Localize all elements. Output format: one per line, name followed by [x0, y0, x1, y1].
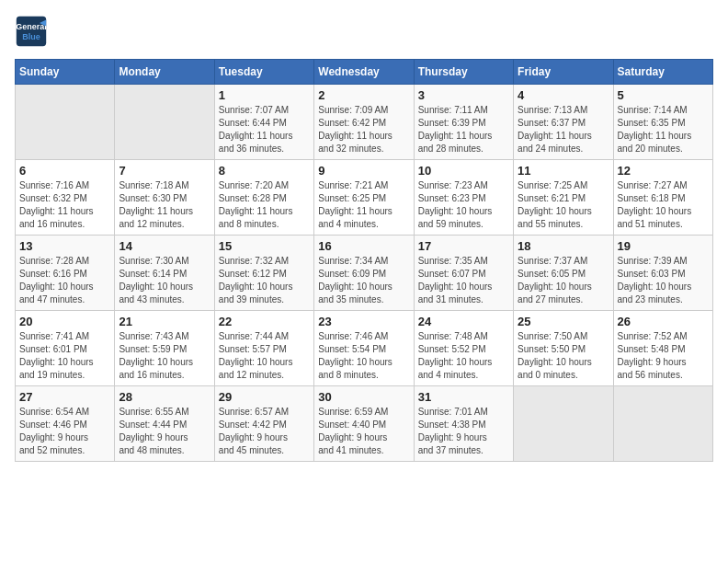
day-info: Sunrise: 6:57 AM Sunset: 4:42 PM Dayligh…	[219, 406, 310, 457]
logo-icon: General Blue	[15, 15, 48, 48]
calendar-cell: 24Sunrise: 7:48 AM Sunset: 5:52 PM Dayli…	[414, 311, 513, 386]
day-info: Sunrise: 6:59 AM Sunset: 4:40 PM Dayligh…	[318, 406, 409, 457]
calendar-table: SundayMondayTuesdayWednesdayThursdayFrid…	[15, 59, 713, 462]
page-header: General Blue	[15, 15, 713, 48]
calendar-cell: 30Sunrise: 6:59 AM Sunset: 4:40 PM Dayli…	[314, 386, 414, 462]
day-number: 13	[19, 239, 110, 253]
calendar-week-row: 20Sunrise: 7:41 AM Sunset: 6:01 PM Dayli…	[16, 311, 713, 386]
calendar-cell	[514, 386, 613, 462]
day-number: 9	[318, 164, 409, 178]
day-number: 25	[518, 315, 609, 328]
day-header-wednesday: Wednesday	[314, 60, 414, 85]
day-info: Sunrise: 7:35 AM Sunset: 6:07 PM Dayligh…	[418, 255, 509, 306]
day-number: 30	[318, 390, 409, 404]
day-number: 2	[318, 88, 409, 102]
day-header-sunday: Sunday	[16, 60, 115, 85]
calendar-cell: 31Sunrise: 7:01 AM Sunset: 4:38 PM Dayli…	[414, 386, 513, 462]
day-number: 18	[518, 239, 609, 253]
day-info: Sunrise: 7:37 AM Sunset: 6:05 PM Dayligh…	[518, 255, 609, 306]
calendar-cell: 4Sunrise: 7:13 AM Sunset: 6:37 PM Daylig…	[514, 85, 613, 160]
day-number: 27	[19, 390, 110, 404]
calendar-cell: 7Sunrise: 7:18 AM Sunset: 6:30 PM Daylig…	[115, 160, 214, 236]
day-number: 26	[618, 315, 709, 328]
calendar-cell: 26Sunrise: 7:52 AM Sunset: 5:48 PM Dayli…	[613, 311, 712, 386]
day-number: 29	[219, 390, 310, 404]
calendar-header-row: SundayMondayTuesdayWednesdayThursdayFrid…	[16, 60, 713, 85]
calendar-cell: 16Sunrise: 7:34 AM Sunset: 6:09 PM Dayli…	[314, 236, 414, 311]
day-number: 17	[418, 239, 509, 253]
calendar-cell: 18Sunrise: 7:37 AM Sunset: 6:05 PM Dayli…	[514, 236, 613, 311]
calendar-cell: 17Sunrise: 7:35 AM Sunset: 6:07 PM Dayli…	[414, 236, 513, 311]
calendar-cell	[16, 85, 115, 160]
calendar-cell: 12Sunrise: 7:27 AM Sunset: 6:18 PM Dayli…	[613, 160, 712, 236]
day-number: 1	[219, 88, 310, 102]
day-info: Sunrise: 7:48 AM Sunset: 5:52 PM Dayligh…	[418, 330, 509, 382]
day-number: 19	[618, 239, 709, 253]
calendar-cell: 5Sunrise: 7:14 AM Sunset: 6:35 PM Daylig…	[613, 85, 712, 160]
day-number: 16	[318, 239, 409, 253]
calendar-cell	[613, 386, 712, 462]
calendar-cell: 27Sunrise: 6:54 AM Sunset: 4:46 PM Dayli…	[16, 386, 115, 462]
day-number: 8	[219, 164, 310, 178]
calendar-week-row: 1Sunrise: 7:07 AM Sunset: 6:44 PM Daylig…	[16, 85, 713, 160]
day-info: Sunrise: 7:14 AM Sunset: 6:35 PM Dayligh…	[618, 104, 709, 155]
calendar-cell: 3Sunrise: 7:11 AM Sunset: 6:39 PM Daylig…	[414, 85, 513, 160]
day-info: Sunrise: 7:46 AM Sunset: 5:54 PM Dayligh…	[318, 330, 409, 382]
day-number: 14	[119, 239, 210, 253]
calendar-cell: 19Sunrise: 7:39 AM Sunset: 6:03 PM Dayli…	[613, 236, 712, 311]
day-number: 10	[418, 164, 509, 178]
calendar-cell: 15Sunrise: 7:32 AM Sunset: 6:12 PM Dayli…	[214, 236, 313, 311]
day-info: Sunrise: 7:44 AM Sunset: 5:57 PM Dayligh…	[219, 330, 310, 382]
day-header-monday: Monday	[115, 60, 214, 85]
day-info: Sunrise: 7:18 AM Sunset: 6:30 PM Dayligh…	[119, 179, 210, 231]
day-header-friday: Friday	[514, 60, 613, 85]
day-number: 4	[518, 88, 609, 102]
day-info: Sunrise: 7:23 AM Sunset: 6:23 PM Dayligh…	[418, 179, 509, 231]
calendar-cell: 25Sunrise: 7:50 AM Sunset: 5:50 PM Dayli…	[514, 311, 613, 386]
day-info: Sunrise: 7:52 AM Sunset: 5:48 PM Dayligh…	[618, 330, 709, 382]
calendar-cell: 8Sunrise: 7:20 AM Sunset: 6:28 PM Daylig…	[214, 160, 313, 236]
day-info: Sunrise: 7:07 AM Sunset: 6:44 PM Dayligh…	[219, 104, 310, 155]
calendar-cell: 21Sunrise: 7:43 AM Sunset: 5:59 PM Dayli…	[115, 311, 214, 386]
day-info: Sunrise: 7:43 AM Sunset: 5:59 PM Dayligh…	[119, 330, 210, 382]
day-info: Sunrise: 6:55 AM Sunset: 4:44 PM Dayligh…	[119, 406, 210, 457]
day-number: 15	[219, 239, 310, 253]
day-info: Sunrise: 7:01 AM Sunset: 4:38 PM Dayligh…	[418, 406, 509, 457]
day-info: Sunrise: 7:09 AM Sunset: 6:42 PM Dayligh…	[318, 104, 409, 155]
svg-text:Blue: Blue	[22, 32, 40, 41]
calendar-cell: 2Sunrise: 7:09 AM Sunset: 6:42 PM Daylig…	[314, 85, 414, 160]
day-info: Sunrise: 7:50 AM Sunset: 5:50 PM Dayligh…	[518, 330, 609, 382]
logo: General Blue	[15, 15, 48, 48]
day-number: 31	[418, 390, 509, 404]
calendar-cell: 9Sunrise: 7:21 AM Sunset: 6:25 PM Daylig…	[314, 160, 414, 236]
day-info: Sunrise: 7:34 AM Sunset: 6:09 PM Dayligh…	[318, 255, 409, 306]
day-number: 3	[418, 88, 509, 102]
calendar-cell: 20Sunrise: 7:41 AM Sunset: 6:01 PM Dayli…	[16, 311, 115, 386]
day-number: 20	[19, 315, 110, 328]
calendar-cell: 1Sunrise: 7:07 AM Sunset: 6:44 PM Daylig…	[214, 85, 313, 160]
calendar-cell: 10Sunrise: 7:23 AM Sunset: 6:23 PM Dayli…	[414, 160, 513, 236]
day-header-thursday: Thursday	[414, 60, 513, 85]
day-number: 11	[518, 164, 609, 178]
day-number: 22	[219, 315, 310, 328]
day-info: Sunrise: 7:28 AM Sunset: 6:16 PM Dayligh…	[19, 255, 110, 306]
calendar-cell: 6Sunrise: 7:16 AM Sunset: 6:32 PM Daylig…	[16, 160, 115, 236]
calendar-week-row: 13Sunrise: 7:28 AM Sunset: 6:16 PM Dayli…	[16, 236, 713, 311]
calendar-cell: 13Sunrise: 7:28 AM Sunset: 6:16 PM Dayli…	[16, 236, 115, 311]
calendar-week-row: 27Sunrise: 6:54 AM Sunset: 4:46 PM Dayli…	[16, 386, 713, 462]
day-info: Sunrise: 7:32 AM Sunset: 6:12 PM Dayligh…	[219, 255, 310, 306]
calendar-week-row: 6Sunrise: 7:16 AM Sunset: 6:32 PM Daylig…	[16, 160, 713, 236]
day-number: 6	[19, 164, 110, 178]
calendar-cell: 22Sunrise: 7:44 AM Sunset: 5:57 PM Dayli…	[214, 311, 313, 386]
day-info: Sunrise: 7:41 AM Sunset: 6:01 PM Dayligh…	[19, 330, 110, 382]
calendar-cell: 14Sunrise: 7:30 AM Sunset: 6:14 PM Dayli…	[115, 236, 214, 311]
day-number: 5	[618, 88, 709, 102]
calendar-cell: 29Sunrise: 6:57 AM Sunset: 4:42 PM Dayli…	[214, 386, 313, 462]
day-number: 24	[418, 315, 509, 328]
day-info: Sunrise: 7:25 AM Sunset: 6:21 PM Dayligh…	[518, 179, 609, 231]
day-info: Sunrise: 7:39 AM Sunset: 6:03 PM Dayligh…	[618, 255, 709, 306]
day-number: 28	[119, 390, 210, 404]
calendar-cell	[115, 85, 214, 160]
calendar-cell: 28Sunrise: 6:55 AM Sunset: 4:44 PM Dayli…	[115, 386, 214, 462]
day-info: Sunrise: 7:13 AM Sunset: 6:37 PM Dayligh…	[518, 104, 609, 155]
